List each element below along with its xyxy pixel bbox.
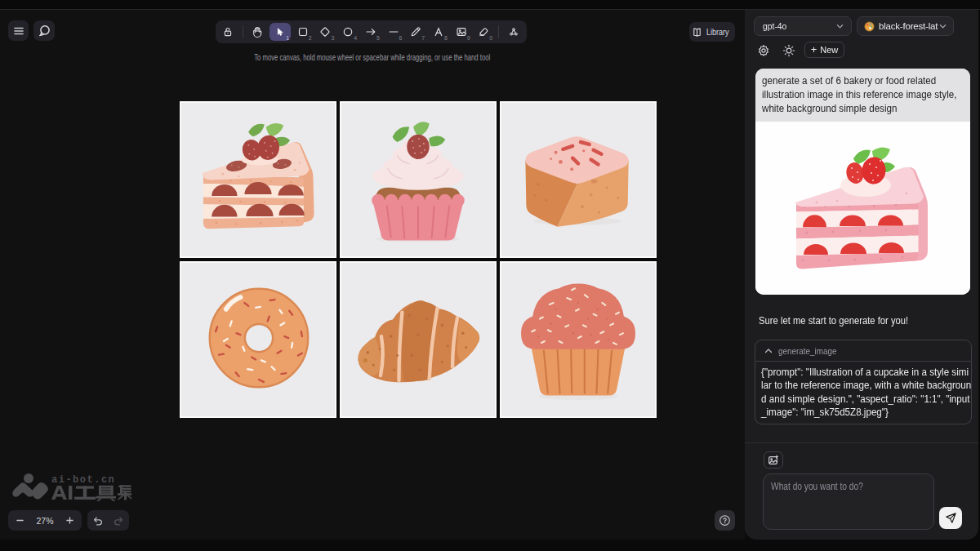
- svg-text:ai-bot.cn: ai-bot.cn: [51, 474, 115, 486]
